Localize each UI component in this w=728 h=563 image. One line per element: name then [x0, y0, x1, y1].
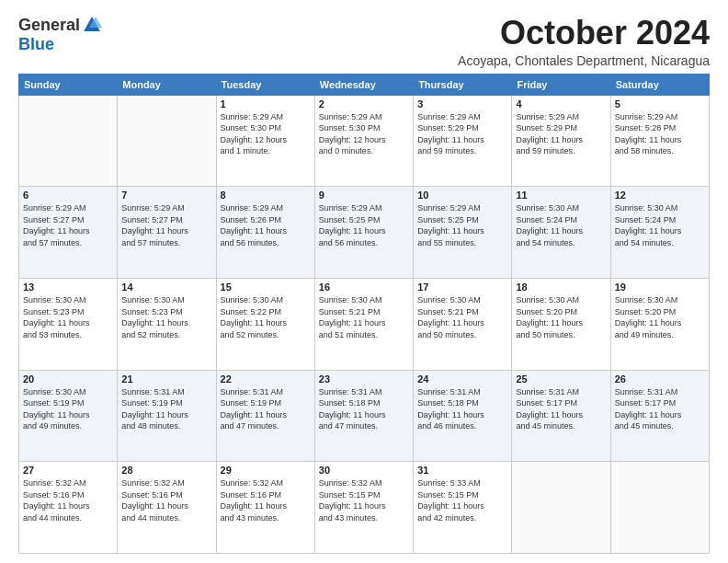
- col-sunday: Sunday: [19, 74, 118, 95]
- day-info: Sunrise: 5:29 AM Sunset: 5:25 PM Dayligh…: [319, 202, 409, 248]
- day-cell: 23Sunrise: 5:31 AM Sunset: 5:18 PM Dayli…: [314, 370, 413, 462]
- day-cell: 21Sunrise: 5:31 AM Sunset: 5:19 PM Dayli…: [118, 370, 216, 462]
- day-number: 16: [319, 282, 409, 293]
- calendar: Sunday Monday Tuesday Wednesday Thursday…: [18, 74, 710, 554]
- week-row-5: 27Sunrise: 5:32 AM Sunset: 5:16 PM Dayli…: [19, 462, 710, 554]
- day-info: Sunrise: 5:31 AM Sunset: 5:18 PM Dayligh…: [319, 386, 409, 432]
- day-cell: 1Sunrise: 5:29 AM Sunset: 5:30 PM Daylig…: [216, 95, 314, 187]
- day-info: Sunrise: 5:30 AM Sunset: 5:23 PM Dayligh…: [121, 294, 211, 340]
- day-number: 19: [615, 282, 705, 293]
- day-info: Sunrise: 5:30 AM Sunset: 5:20 PM Dayligh…: [615, 294, 705, 340]
- day-number: 15: [221, 282, 311, 293]
- day-number: 27: [23, 465, 113, 476]
- week-row-1: 1Sunrise: 5:29 AM Sunset: 5:30 PM Daylig…: [19, 95, 710, 187]
- day-cell: 15Sunrise: 5:30 AM Sunset: 5:22 PM Dayli…: [216, 278, 314, 370]
- day-cell: 20Sunrise: 5:30 AM Sunset: 5:19 PM Dayli…: [19, 370, 118, 462]
- day-info: Sunrise: 5:30 AM Sunset: 5:23 PM Dayligh…: [23, 294, 113, 340]
- day-cell: 26Sunrise: 5:31 AM Sunset: 5:17 PM Dayli…: [610, 370, 709, 462]
- day-cell: 8Sunrise: 5:29 AM Sunset: 5:26 PM Daylig…: [216, 187, 314, 279]
- title-block: October 2024 Acoyapa, Chontales Departme…: [458, 15, 710, 68]
- day-number: 31: [417, 465, 507, 476]
- day-number: 23: [319, 373, 409, 385]
- day-cell: 9Sunrise: 5:29 AM Sunset: 5:25 PM Daylig…: [314, 187, 413, 279]
- day-number: 1: [221, 98, 311, 109]
- day-number: 4: [516, 98, 606, 109]
- day-number: 5: [615, 98, 705, 109]
- day-number: 11: [516, 190, 606, 201]
- day-info: Sunrise: 5:30 AM Sunset: 5:19 PM Dayligh…: [23, 386, 113, 432]
- day-cell: 6Sunrise: 5:29 AM Sunset: 5:27 PM Daylig…: [19, 187, 118, 279]
- day-cell: 30Sunrise: 5:32 AM Sunset: 5:15 PM Dayli…: [314, 462, 413, 554]
- day-cell: 28Sunrise: 5:32 AM Sunset: 5:16 PM Dayli…: [118, 462, 216, 554]
- day-number: 24: [417, 373, 507, 385]
- day-info: Sunrise: 5:31 AM Sunset: 5:18 PM Dayligh…: [417, 386, 507, 432]
- day-cell: [610, 462, 709, 554]
- day-cell: [118, 95, 216, 187]
- day-cell: 5Sunrise: 5:29 AM Sunset: 5:28 PM Daylig…: [610, 95, 709, 187]
- day-cell: 24Sunrise: 5:31 AM Sunset: 5:18 PM Dayli…: [414, 370, 512, 462]
- day-cell: 17Sunrise: 5:30 AM Sunset: 5:21 PM Dayli…: [414, 278, 512, 370]
- day-info: Sunrise: 5:29 AM Sunset: 5:29 PM Dayligh…: [516, 111, 606, 157]
- day-info: Sunrise: 5:30 AM Sunset: 5:24 PM Dayligh…: [615, 202, 705, 248]
- col-tuesday: Tuesday: [216, 74, 314, 95]
- day-cell: 19Sunrise: 5:30 AM Sunset: 5:20 PM Dayli…: [610, 278, 709, 370]
- day-info: Sunrise: 5:29 AM Sunset: 5:27 PM Dayligh…: [121, 202, 211, 248]
- day-cell: 27Sunrise: 5:32 AM Sunset: 5:16 PM Dayli…: [19, 462, 118, 554]
- day-number: 26: [615, 373, 705, 385]
- day-info: Sunrise: 5:32 AM Sunset: 5:15 PM Dayligh…: [319, 477, 409, 523]
- header: General Blue October 2024 Acoyapa, Chont…: [18, 15, 710, 68]
- day-info: Sunrise: 5:29 AM Sunset: 5:28 PM Dayligh…: [615, 111, 705, 157]
- week-row-4: 20Sunrise: 5:30 AM Sunset: 5:19 PM Dayli…: [19, 370, 710, 462]
- day-info: Sunrise: 5:30 AM Sunset: 5:22 PM Dayligh…: [221, 294, 311, 340]
- day-number: 22: [221, 373, 311, 385]
- day-info: Sunrise: 5:31 AM Sunset: 5:17 PM Dayligh…: [516, 386, 606, 432]
- day-cell: 25Sunrise: 5:31 AM Sunset: 5:17 PM Dayli…: [512, 370, 610, 462]
- week-row-3: 13Sunrise: 5:30 AM Sunset: 5:23 PM Dayli…: [19, 278, 710, 370]
- day-number: 8: [221, 190, 311, 201]
- day-number: 21: [121, 373, 211, 385]
- day-info: Sunrise: 5:29 AM Sunset: 5:25 PM Dayligh…: [417, 202, 507, 248]
- col-thursday: Thursday: [414, 74, 512, 95]
- logo: General Blue: [18, 15, 102, 54]
- day-number: 29: [221, 465, 311, 476]
- day-number: 7: [121, 190, 211, 201]
- day-number: 3: [417, 98, 507, 109]
- col-friday: Friday: [512, 74, 610, 95]
- day-number: 25: [516, 373, 606, 385]
- day-info: Sunrise: 5:29 AM Sunset: 5:30 PM Dayligh…: [319, 111, 409, 157]
- day-cell: 10Sunrise: 5:29 AM Sunset: 5:25 PM Dayli…: [414, 187, 512, 279]
- logo-icon: [82, 15, 102, 35]
- day-number: 13: [23, 282, 113, 293]
- day-info: Sunrise: 5:32 AM Sunset: 5:16 PM Dayligh…: [23, 477, 113, 523]
- day-cell: 31Sunrise: 5:33 AM Sunset: 5:15 PM Dayli…: [414, 462, 512, 554]
- day-info: Sunrise: 5:30 AM Sunset: 5:20 PM Dayligh…: [516, 294, 606, 340]
- day-info: Sunrise: 5:29 AM Sunset: 5:30 PM Dayligh…: [221, 111, 311, 157]
- col-saturday: Saturday: [610, 74, 709, 95]
- day-cell: 3Sunrise: 5:29 AM Sunset: 5:29 PM Daylig…: [414, 95, 512, 187]
- day-info: Sunrise: 5:31 AM Sunset: 5:19 PM Dayligh…: [121, 386, 211, 432]
- header-row: Sunday Monday Tuesday Wednesday Thursday…: [19, 74, 710, 95]
- day-info: Sunrise: 5:32 AM Sunset: 5:16 PM Dayligh…: [121, 477, 211, 523]
- day-number: 10: [417, 190, 507, 201]
- day-number: 14: [121, 282, 211, 293]
- day-cell: 4Sunrise: 5:29 AM Sunset: 5:29 PM Daylig…: [512, 95, 610, 187]
- day-info: Sunrise: 5:29 AM Sunset: 5:26 PM Dayligh…: [221, 202, 311, 248]
- day-number: 20: [23, 373, 113, 385]
- day-cell: 11Sunrise: 5:30 AM Sunset: 5:24 PM Dayli…: [512, 187, 610, 279]
- day-cell: 22Sunrise: 5:31 AM Sunset: 5:19 PM Dayli…: [216, 370, 314, 462]
- day-info: Sunrise: 5:31 AM Sunset: 5:19 PM Dayligh…: [221, 386, 311, 432]
- day-info: Sunrise: 5:29 AM Sunset: 5:29 PM Dayligh…: [417, 111, 507, 157]
- day-cell: 14Sunrise: 5:30 AM Sunset: 5:23 PM Dayli…: [118, 278, 216, 370]
- day-info: Sunrise: 5:29 AM Sunset: 5:27 PM Dayligh…: [23, 202, 113, 248]
- day-cell: 29Sunrise: 5:32 AM Sunset: 5:16 PM Dayli…: [216, 462, 314, 554]
- day-cell: 12Sunrise: 5:30 AM Sunset: 5:24 PM Dayli…: [610, 187, 709, 279]
- day-number: 12: [615, 190, 705, 201]
- day-info: Sunrise: 5:31 AM Sunset: 5:17 PM Dayligh…: [615, 386, 705, 432]
- day-number: 6: [23, 190, 113, 201]
- day-number: 28: [121, 465, 211, 476]
- day-number: 9: [319, 190, 409, 201]
- day-info: Sunrise: 5:30 AM Sunset: 5:21 PM Dayligh…: [319, 294, 409, 340]
- logo-blue: Blue: [18, 35, 54, 53]
- day-cell: [512, 462, 610, 554]
- day-cell: 13Sunrise: 5:30 AM Sunset: 5:23 PM Dayli…: [19, 278, 118, 370]
